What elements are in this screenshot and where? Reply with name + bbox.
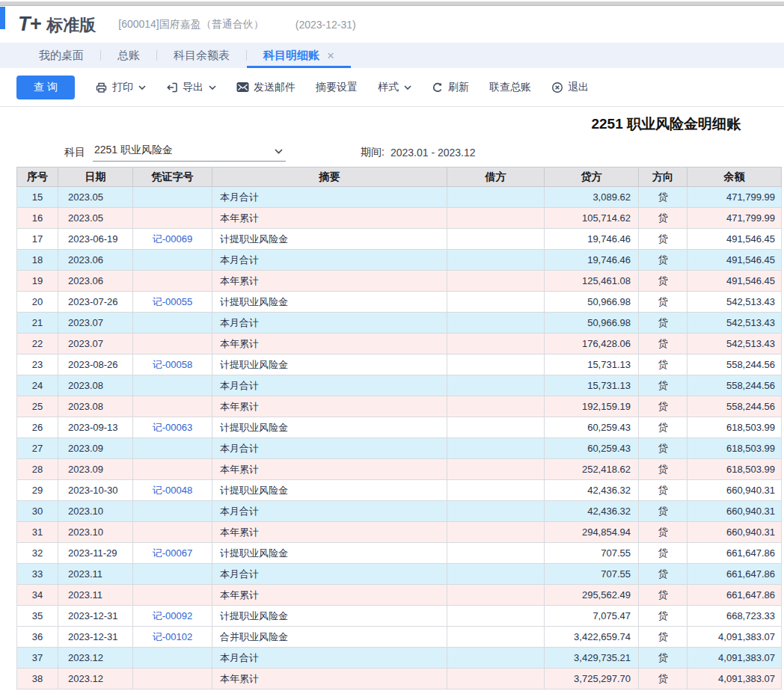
table-row[interactable]: 152023.05本月合计3,089.62贷471,799.99 xyxy=(17,187,782,208)
logo-edition: 标准版 xyxy=(46,14,96,37)
table-row[interactable]: 322023-11-29记-00067计提职业风险金707.55贷661,647… xyxy=(17,543,782,564)
voucher-link[interactable]: 记-00067 xyxy=(153,547,192,559)
table-row[interactable]: 362023-12-31记-00102合并职业风险金3,422,659.74贷4… xyxy=(17,627,782,648)
table-row[interactable]: 342023.11本年累计295,562.49贷661,647.86 xyxy=(17,585,782,606)
cell-date: 2023.12 xyxy=(58,669,133,690)
cell-debit xyxy=(447,354,545,375)
cell-voucher xyxy=(133,208,212,229)
col-header-debit: 借方 xyxy=(447,168,545,187)
mail-icon xyxy=(236,82,249,93)
voucher-link[interactable]: 记-00102 xyxy=(153,631,192,642)
print-button[interactable]: 打印 xyxy=(95,81,146,94)
tab-label: 我的桌面 xyxy=(39,49,84,63)
tab-bar: 我的桌面 总账 科目余额表 科目明细账 × xyxy=(0,43,784,68)
table-row[interactable]: 172023-06-19记-00069计提职业风险金19,746.46贷491,… xyxy=(17,229,782,250)
subject-select[interactable]: 2251 职业风险金 xyxy=(93,144,286,162)
cell-voucher xyxy=(133,522,212,543)
send-email-button[interactable]: 发送邮件 xyxy=(236,81,295,94)
cell-summary: 本月合计 xyxy=(212,648,447,669)
table-row[interactable]: 242023.08本月合计15,731.13贷558,244.56 xyxy=(17,375,782,396)
table-row[interactable]: 212023.07本月合计50,966.98贷542,513.43 xyxy=(17,313,782,334)
cell-debit xyxy=(447,396,545,417)
cell-credit: 707.55 xyxy=(545,564,639,585)
table-row[interactable]: 372023.12本月合计3,429,735.21贷4,091,383.07 xyxy=(17,648,782,669)
table-row[interactable]: 252023.08本年累计192,159.19贷558,244.56 xyxy=(17,396,782,417)
table-row[interactable]: 232023-08-26记-00058计提职业风险金15,731.13贷558,… xyxy=(17,354,782,375)
cell-credit: 42,436.32 xyxy=(545,480,639,501)
cell-credit: 7,075.47 xyxy=(545,606,639,627)
voucher-link[interactable]: 记-00063 xyxy=(153,422,192,433)
cell-date: 2023.11 xyxy=(58,585,133,606)
table-row[interactable]: 162023.05本年累计105,714.62贷471,799.99 xyxy=(17,208,782,229)
table-row[interactable]: 272023.09本月合计60,259.43贷618,503.99 xyxy=(17,438,782,459)
cell-voucher xyxy=(133,334,212,354)
tab-my-desktop[interactable]: 我的桌面 xyxy=(22,43,100,68)
app-logo: T+ 标准版 xyxy=(18,13,96,37)
style-label: 样式 xyxy=(378,81,399,94)
print-label: 打印 xyxy=(112,81,133,94)
table-row[interactable]: 382023.12本年累计3,725,297.70贷4,091,383.07 xyxy=(17,669,782,690)
table-row[interactable]: 352023-12-31记-00092计提职业风险金7,075.47贷668,7… xyxy=(17,606,782,627)
voucher-link[interactable]: 记-00058 xyxy=(153,359,192,370)
cell-voucher: 记-00102 xyxy=(133,627,212,648)
cell-debit xyxy=(447,292,545,313)
summary-settings-label: 摘要设置 xyxy=(316,81,358,94)
voucher-link[interactable]: 记-00092 xyxy=(153,610,192,621)
cell-credit: 19,746.46 xyxy=(545,250,639,271)
table-row[interactable]: 192023.06本年累计125,461.08贷491,546.45 xyxy=(17,271,782,292)
cell-voucher xyxy=(133,313,212,334)
voucher-link[interactable]: 记-00069 xyxy=(153,233,192,245)
voucher-link[interactable]: 记-00055 xyxy=(153,296,192,307)
close-icon[interactable]: × xyxy=(327,49,334,62)
cell-seq: 32 xyxy=(17,543,58,564)
table-row[interactable]: 282023.09本年累计252,418.62贷618,503.99 xyxy=(17,459,782,480)
cell-date: 2023.09 xyxy=(58,459,133,480)
table-row[interactable]: 292023-10-30记-00048计提职业风险金42,436.32贷660,… xyxy=(17,480,782,501)
cell-date: 2023-06-19 xyxy=(58,229,133,250)
cell-seq: 35 xyxy=(17,606,58,627)
subject-label: 科目 xyxy=(64,146,85,159)
voucher-link[interactable]: 记-00048 xyxy=(153,485,192,496)
cell-balance: 668,723.33 xyxy=(687,606,782,627)
cell-summary: 计提职业风险金 xyxy=(212,417,447,438)
export-button[interactable]: 导出 xyxy=(166,81,216,94)
exit-button[interactable]: 退出 xyxy=(551,81,589,94)
tab-account-balance[interactable]: 科目余额表 xyxy=(157,43,246,68)
logo-tplus: T+ xyxy=(18,13,40,36)
tab-account-detail[interactable]: 科目明细账 × xyxy=(247,43,351,68)
cell-credit: 19,746.46 xyxy=(545,229,639,250)
chevron-down-icon xyxy=(404,85,411,90)
tab-general-ledger[interactable]: 总账 xyxy=(101,43,156,68)
cell-seq: 18 xyxy=(17,250,58,271)
style-button[interactable]: 样式 xyxy=(378,81,411,94)
col-header-summary: 摘要 xyxy=(212,168,447,187)
table-row[interactable]: 202023-07-26记-00055计提职业风险金50,966.98贷542,… xyxy=(17,292,782,313)
link-ledger-button[interactable]: 联查总账 xyxy=(489,81,531,94)
table-row[interactable]: 262023-09-13记-00063计提职业风险金60,259.43贷618,… xyxy=(17,417,782,438)
cell-debit xyxy=(447,648,545,669)
cell-voucher xyxy=(133,271,212,292)
cell-date: 2023-12-31 xyxy=(58,606,133,627)
cell-direction: 贷 xyxy=(639,564,687,585)
cell-seq: 31 xyxy=(17,522,58,543)
cell-balance: 661,647.86 xyxy=(687,564,782,585)
cell-seq: 22 xyxy=(17,334,58,354)
printer-icon xyxy=(95,82,108,93)
cell-credit: 105,714.62 xyxy=(545,208,639,229)
query-button[interactable]: 查 询 xyxy=(16,76,75,99)
cell-voucher xyxy=(133,396,212,417)
table-row[interactable]: 332023.11本月合计707.55贷661,647.86 xyxy=(17,564,782,585)
cell-seq: 16 xyxy=(17,208,58,229)
cell-balance: 4,091,383.07 xyxy=(687,648,782,669)
cell-date: 2023.06 xyxy=(58,250,133,271)
cell-credit: 3,429,735.21 xyxy=(545,648,639,669)
toolbar: 查 询 打印 导出 xyxy=(0,68,784,107)
table-row[interactable]: 182023.06本月合计19,746.46贷491,546.45 xyxy=(17,250,782,271)
summary-settings-button[interactable]: 摘要设置 xyxy=(316,81,358,94)
table-row[interactable]: 222023.07本年累计176,428.06贷542,513.43 xyxy=(17,334,782,354)
refresh-button[interactable]: 刷新 xyxy=(432,81,469,94)
table-row[interactable]: 312023.10本年累计294,854.94贷660,940.31 xyxy=(17,522,782,543)
export-icon xyxy=(166,82,178,93)
cell-date: 2023.08 xyxy=(58,375,133,396)
table-row[interactable]: 302023.10本月合计42,436.32贷660,940.31 xyxy=(17,501,782,522)
